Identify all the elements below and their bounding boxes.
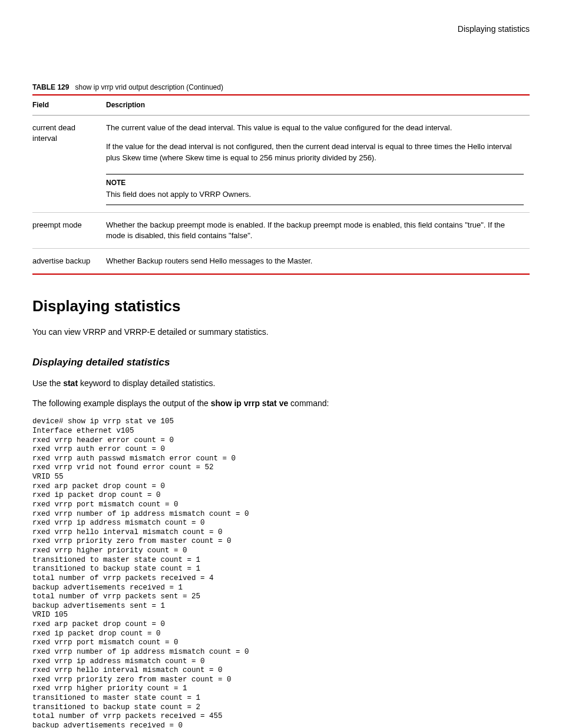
body-paragraph: Use the stat keyword to display detailed… — [32, 378, 530, 390]
keyword-bold: stat — [63, 378, 78, 388]
page-header-title: Displaying statistics — [32, 24, 530, 35]
text-span: keyword to display detailed statistics. — [78, 378, 215, 388]
section-heading: Displaying statistics — [32, 295, 530, 317]
code-output: device# show ip vrrp stat ve 105 Interfa… — [32, 417, 530, 728]
command-bold: show ip vrrp stat ve — [211, 398, 288, 408]
text-span: command: — [288, 398, 329, 408]
description-cell: Whether Backup routers send Hello messag… — [106, 249, 530, 275]
table-caption-prefix: TABLE 129 — [32, 83, 69, 91]
field-cell: advertise backup — [32, 249, 106, 275]
subsection-heading: Displaying detailed statistics — [32, 355, 530, 370]
description-cell: The current value of the dead interval. … — [106, 116, 530, 213]
table-row: preempt mode Whether the backup preempt … — [32, 212, 530, 248]
table-row: advertise backup Whether Backup routers … — [32, 249, 530, 275]
field-cell: preempt mode — [32, 212, 106, 248]
field-cell: current dead interval — [32, 116, 106, 213]
table-row: current dead interval The current value … — [32, 116, 530, 213]
description-paragraph: The current value of the dead interval. … — [106, 123, 524, 133]
table-caption: TABLE 129 show ip vrrp vrid output descr… — [32, 83, 530, 93]
table-caption-title: show ip vrrp vrid output description (Co… — [75, 83, 223, 91]
text-span: Use the — [32, 378, 63, 388]
note-block: NOTE This field does not apply to VRRP O… — [106, 174, 524, 205]
intro-paragraph: You can view VRRP and VRRP-E detailed or… — [32, 327, 530, 338]
body-paragraph: The following example displays the outpu… — [32, 398, 530, 410]
table-header-description: Description — [106, 95, 530, 115]
description-cell: Whether the backup preempt mode is enabl… — [106, 212, 530, 248]
note-label: NOTE — [106, 178, 524, 188]
description-paragraph: If the value for the dead interval is no… — [106, 141, 524, 163]
description-table: Field Description current dead interval … — [32, 94, 530, 275]
note-text: This field does not apply to VRRP Owners… — [106, 190, 251, 199]
text-span: The following example displays the outpu… — [32, 398, 211, 408]
table-header-field: Field — [32, 95, 106, 115]
